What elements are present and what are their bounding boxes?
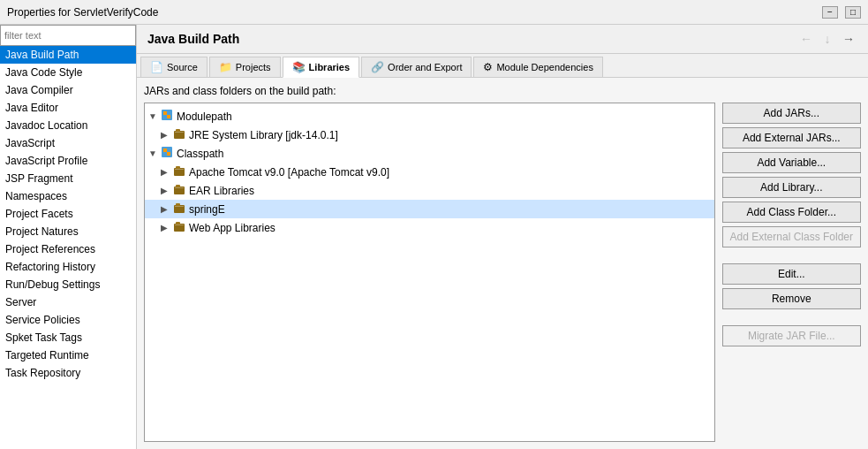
node-label: Apache Tomcat v9.0 [Apache Tomcat v9.0] xyxy=(189,166,389,179)
sidebar-item-targeted-runtime[interactable]: Targeted Runtime xyxy=(0,346,136,364)
sidebar-item-spket-task-tags[interactable]: Spket Task Tags xyxy=(0,329,136,346)
node-type-icon xyxy=(161,109,173,124)
node-label: Classpath xyxy=(177,148,223,160)
tree-node[interactable]: ▶EAR Libraries xyxy=(145,181,714,200)
node-type-icon xyxy=(161,146,173,161)
add-library-button[interactable]: Add Library... xyxy=(722,177,861,198)
sidebar-item-javascript[interactable]: JavaScript xyxy=(0,134,136,152)
tab-libraries[interactable]: 📚Libraries xyxy=(283,57,359,78)
minimize-button[interactable]: − xyxy=(822,6,838,19)
node-type-icon xyxy=(173,220,185,235)
tab-module-dependencies[interactable]: ⚙Module Dependencies xyxy=(473,57,602,77)
window-title: Properties for ServletVerifyCode xyxy=(7,6,158,19)
sidebar-item-service-policies[interactable]: Service Policies xyxy=(0,311,136,329)
sidebar-list: Java Build PathJava Code StyleJava Compi… xyxy=(0,46,136,449)
node-type-icon xyxy=(173,202,185,217)
tree-node[interactable]: ▼Classpath xyxy=(145,144,714,163)
nav-arrows: ← ↓ → xyxy=(797,30,857,48)
build-path-content: JARs and class folders on the build path… xyxy=(137,78,868,449)
svg-rect-14 xyxy=(175,187,184,188)
tab-label: Source xyxy=(167,62,198,72)
svg-rect-10 xyxy=(176,166,180,169)
order-and-export-tab-icon: 🔗 xyxy=(371,61,384,73)
sidebar-item-namespaces[interactable]: Namespaces xyxy=(0,187,136,205)
node-label: EAR Libraries xyxy=(189,185,254,197)
expand-icon[interactable]: ▼ xyxy=(148,111,161,121)
tree-node[interactable]: ▼Modulepath xyxy=(145,107,714,126)
source-tab-icon: 📄 xyxy=(150,61,163,73)
add-external-class-folder-button: Add External Class Folder xyxy=(722,226,861,247)
tree-node[interactable]: ▶Web App Libraries xyxy=(145,218,714,237)
title-bar: Properties for ServletVerifyCode − □ xyxy=(0,0,868,25)
node-type-icon xyxy=(173,127,185,142)
svg-rect-13 xyxy=(176,185,180,187)
main-container: Java Build PathJava Code StyleJava Compi… xyxy=(0,25,868,449)
window-controls: − □ xyxy=(822,6,861,19)
add-class-folder-button[interactable]: Add Class Folder... xyxy=(722,202,861,223)
svg-rect-8 xyxy=(167,152,170,156)
buttons-column: Add JARs...Add External JARs...Add Varia… xyxy=(722,103,861,442)
module-dependencies-tab-icon: ⚙ xyxy=(483,61,493,73)
expand-icon[interactable]: ▶ xyxy=(161,204,173,214)
down-arrow[interactable]: ↓ xyxy=(819,30,836,48)
sidebar-item-java-compiler[interactable]: Java Compiler xyxy=(0,81,136,99)
svg-rect-1 xyxy=(163,111,167,115)
build-path-label: JARs and class folders on the build path… xyxy=(144,85,861,97)
sidebar-item-javascript-profile[interactable]: JavaScript Profile xyxy=(0,152,136,170)
svg-rect-17 xyxy=(175,206,184,207)
sidebar-item-java-build-path[interactable]: Java Build Path xyxy=(0,46,136,64)
sidebar-item-javadoc-location[interactable]: Javadoc Location xyxy=(0,117,136,134)
remove-button[interactable]: Remove xyxy=(722,288,861,309)
tree-container[interactable]: ▼Modulepath▶JRE System Library [jdk-14.0… xyxy=(144,103,715,442)
tab-source[interactable]: 📄Source xyxy=(140,57,208,77)
svg-rect-11 xyxy=(175,169,184,170)
node-type-icon xyxy=(173,164,185,179)
maximize-button[interactable]: □ xyxy=(845,6,861,19)
svg-rect-16 xyxy=(176,203,180,206)
tree-node[interactable]: ▶Apache Tomcat v9.0 [Apache Tomcat v9.0] xyxy=(145,163,714,181)
sidebar-item-jsp-fragment[interactable]: JSP Fragment xyxy=(0,170,136,187)
tab-projects[interactable]: 📁Projects xyxy=(209,57,281,77)
expand-icon[interactable]: ▶ xyxy=(161,223,173,232)
content-area: Java Build Path ← ↓ → 📄Source📁Projects📚L… xyxy=(137,25,868,449)
filter-input[interactable] xyxy=(0,25,136,46)
expand-icon[interactable]: ▼ xyxy=(148,148,161,158)
node-label: springE xyxy=(189,203,225,216)
sidebar-item-java-code-style[interactable]: Java Code Style xyxy=(0,64,136,81)
tabs-bar: 📄Source📁Projects📚Libraries🔗Order and Exp… xyxy=(137,54,868,78)
projects-tab-icon: 📁 xyxy=(219,61,232,73)
migrate-jar-button: Migrate JAR File... xyxy=(722,325,861,346)
expand-icon[interactable]: ▶ xyxy=(161,186,173,195)
tree-node[interactable]: ▶JRE System Library [jdk-14.0.1] xyxy=(145,126,714,144)
sidebar-item-refactoring-history[interactable]: Refactoring History xyxy=(0,258,136,276)
sidebar-item-run/debug-settings[interactable]: Run/Debug Settings xyxy=(0,276,136,293)
content-header: Java Build Path ← ↓ → xyxy=(137,25,868,54)
sidebar-item-task-repository[interactable]: Task Repository xyxy=(0,364,136,382)
tree-node[interactable]: ▶springE xyxy=(145,200,714,218)
tab-order-and-export[interactable]: 🔗Order and Export xyxy=(361,57,472,77)
sidebar-item-project-natures[interactable]: Project Natures xyxy=(0,223,136,240)
node-type-icon xyxy=(173,183,185,198)
expand-icon[interactable]: ▶ xyxy=(161,130,173,140)
svg-rect-5 xyxy=(175,132,184,133)
sidebar-item-server[interactable]: Server xyxy=(0,293,136,311)
libraries-tab-icon: 📚 xyxy=(292,61,306,73)
sidebar-item-java-editor[interactable]: Java Editor xyxy=(0,99,136,117)
svg-rect-20 xyxy=(175,224,184,225)
edit-button[interactable]: Edit... xyxy=(722,263,861,285)
add-external-jars-button[interactable]: Add External JARs... xyxy=(722,127,861,148)
sidebar-item-project-facets[interactable]: Project Facets xyxy=(0,205,136,223)
sidebar: Java Build PathJava Code StyleJava Compi… xyxy=(0,25,137,449)
sidebar-item-project-references[interactable]: Project References xyxy=(0,240,136,258)
expand-icon[interactable]: ▶ xyxy=(161,167,173,177)
button-separator xyxy=(722,251,861,260)
page-title: Java Build Path xyxy=(147,32,239,46)
forward-arrow[interactable]: → xyxy=(840,30,857,48)
tab-label: Order and Export xyxy=(388,62,462,72)
tab-label: Libraries xyxy=(309,62,350,72)
svg-rect-4 xyxy=(176,129,180,132)
add-variable-button[interactable]: Add Variable... xyxy=(722,152,861,173)
back-arrow[interactable]: ← xyxy=(797,30,815,48)
add-jars-button[interactable]: Add JARs... xyxy=(722,103,861,124)
node-label: JRE System Library [jdk-14.0.1] xyxy=(189,129,338,141)
